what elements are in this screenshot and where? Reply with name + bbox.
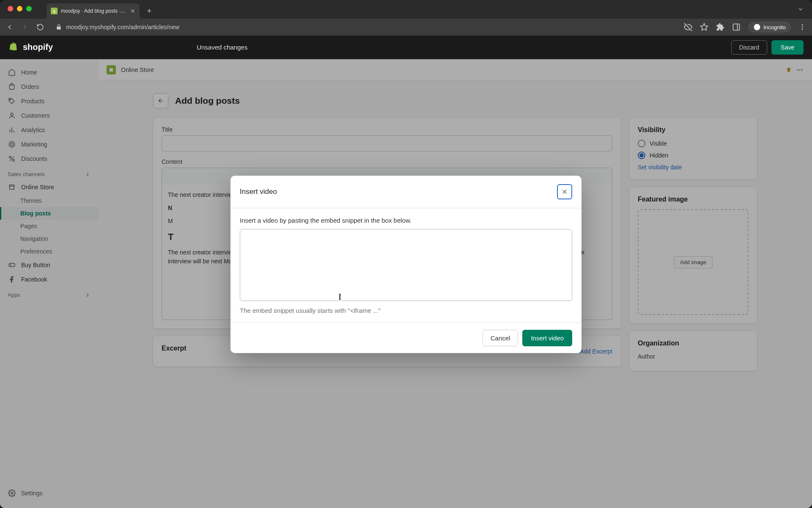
window-close-icon[interactable] [8, 6, 13, 11]
modal-title: Insert video [240, 188, 277, 196]
shopify-favicon-icon: s [51, 8, 58, 14]
incognito-label: Incognito [763, 24, 786, 30]
svg-point-3 [754, 24, 760, 30]
nav-reload-icon[interactable] [36, 23, 46, 31]
add-tab-button[interactable]: + [143, 5, 156, 17]
nav-forward-icon [21, 23, 30, 31]
incognito-pill[interactable]: Incognito [748, 22, 791, 33]
menu-dots-icon[interactable] [798, 23, 806, 31]
browser-url-bar: moodjoy.myshopify.com/admin/articles/new… [0, 19, 812, 36]
tab-close-icon[interactable]: ✕ [130, 8, 135, 14]
window-minimize-icon[interactable] [17, 6, 22, 11]
save-button[interactable]: Save [771, 40, 804, 55]
url-text: moodjoy.myshopify.com/admin/articles/new [66, 24, 179, 30]
discard-button[interactable]: Discard [731, 40, 767, 55]
browser-tab[interactable]: s moodjoy · Add blog posts · Sho ✕ [47, 3, 140, 19]
tab-overflow-icon[interactable] [798, 6, 804, 12]
visibility-off-icon[interactable] [684, 23, 692, 31]
lock-icon [56, 24, 62, 30]
modal-hint: The embed snippet usually starts with "<… [240, 307, 572, 314]
shopify-brand-text: shopify [23, 42, 53, 52]
svg-marker-0 [701, 24, 708, 30]
svg-point-4 [802, 24, 803, 25]
nav-back-icon[interactable] [6, 23, 15, 31]
modal-close-button[interactable] [557, 184, 572, 199]
tab-title: moodjoy · Add blog posts · Sho [61, 8, 127, 14]
shopify-logo-icon [8, 41, 20, 53]
side-panel-icon[interactable] [732, 23, 741, 31]
bookmark-star-icon[interactable] [700, 23, 708, 31]
unsaved-changes-label: Unsaved changes [197, 44, 247, 51]
browser-tab-bar: s moodjoy · Add blog posts · Sho ✕ + [0, 0, 812, 19]
svg-point-6 [802, 29, 803, 30]
cancel-button[interactable]: Cancel [483, 330, 518, 346]
modal-description: Insert a video by pasting the embed snip… [240, 217, 572, 224]
url-area[interactable]: moodjoy.myshopify.com/admin/articles/new [52, 24, 678, 30]
close-icon [561, 188, 568, 196]
incognito-icon [753, 23, 761, 31]
insert-video-modal: Insert video Insert a video by pasting t… [230, 176, 582, 353]
window-maximize-icon[interactable] [26, 6, 32, 11]
window-controls [8, 6, 32, 11]
extensions-icon[interactable] [716, 23, 724, 31]
svg-rect-1 [733, 24, 740, 30]
insert-video-button[interactable]: Insert video [522, 330, 572, 346]
shopify-top-bar: shopify Unsaved changes Discard Save [0, 36, 812, 59]
url-right-actions: Incognito [684, 22, 806, 33]
svg-point-5 [802, 27, 803, 28]
shopify-logo[interactable]: shopify [8, 41, 53, 53]
embed-snippet-textarea[interactable] [240, 229, 572, 301]
